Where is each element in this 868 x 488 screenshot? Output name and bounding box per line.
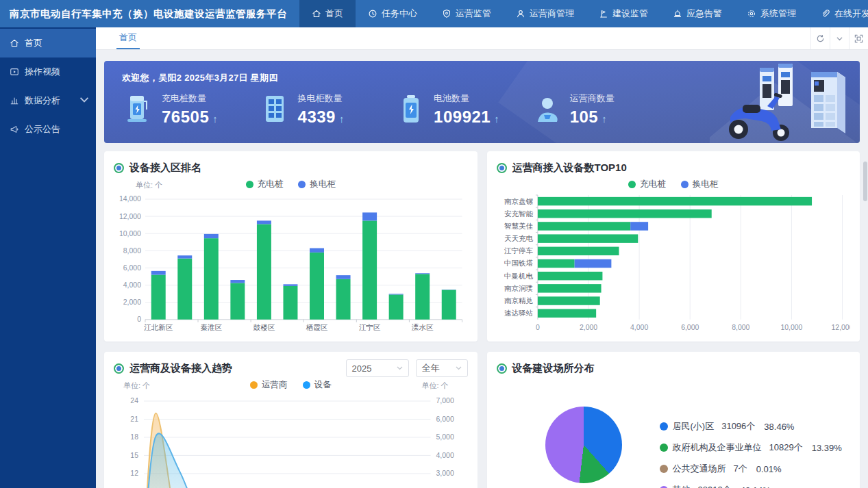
megaphone-icon <box>10 125 19 134</box>
chart-head-0: 单位: 个 充电桩换电柜 <box>114 177 468 192</box>
trend-up-icon: ↑ <box>602 113 607 125</box>
stat-value: 76505↑ <box>162 107 218 127</box>
nav-item-construction-monitor[interactable]: 建设监管 <box>586 0 660 27</box>
pie-legend-item[interactable]: 其他38912个48.14% <box>660 484 842 488</box>
svg-text:智慧美佳: 智慧美佳 <box>504 222 533 230</box>
top-navbar: 南京市电动自行车集中充（换）电设施建设运营监管服务平台 首页任务中心运营监管运营… <box>0 0 868 27</box>
pie-legend-count: 10829个 <box>769 441 803 454</box>
stat-value: 105↑ <box>570 107 615 127</box>
stat-value: 109921↑ <box>434 107 499 127</box>
svg-text:2,000: 2,000 <box>579 324 597 331</box>
pie-legend-item[interactable]: 政府机构及企事业单位10829个13.39% <box>660 441 842 454</box>
pie-legend-pct: 38.46% <box>764 422 794 432</box>
district-ranking-chart: 02,0004,0006,0008,00010,00012,00014,000江… <box>114 192 468 336</box>
sidebar-item-data-analysis[interactable]: 数据分析 <box>0 86 96 115</box>
card-operator-top10: 运营商接入设备数TOP10 充电桩换电柜 02,0004,0006,0008,0… <box>487 151 860 342</box>
scrollbar[interactable] <box>863 137 867 459</box>
stat-row: 充电桩数量76505↑换电柜数量4339↑电池数量109921↑运营商数量105… <box>126 92 670 127</box>
svg-text:6,000: 6,000 <box>436 415 454 423</box>
chevron-down-icon[interactable] <box>830 27 849 49</box>
shield-icon <box>442 9 451 18</box>
legend-item-换电柜[interactable]: 换电柜 <box>681 179 719 190</box>
nav-item-online-dev[interactable]: 在线开发 <box>808 0 868 27</box>
stat-value: 4339↑ <box>298 107 345 127</box>
nav-item-emergency-alert[interactable]: 应急告警 <box>660 0 734 27</box>
maximize-icon[interactable] <box>849 27 868 49</box>
tab-home-label: 首页 <box>119 31 137 44</box>
chevron-down-icon <box>79 95 89 106</box>
svg-text:中曼机电: 中曼机电 <box>504 272 533 280</box>
operator-icon <box>534 94 560 125</box>
svg-text:4,000: 4,000 <box>123 281 141 289</box>
chart-legend: 充电桩换电柜 <box>114 179 468 190</box>
svg-text:18: 18 <box>130 433 138 441</box>
legend-item-充电桩[interactable]: 充电桩 <box>628 179 666 190</box>
legend-item-运营商[interactable]: 运营商 <box>250 379 288 391</box>
legend-item-换电柜[interactable]: 换电柜 <box>298 179 336 190</box>
alarm-icon <box>673 9 682 18</box>
trend-filters: 2025 全年 <box>346 359 468 377</box>
svg-text:速达驿站: 速达驿站 <box>504 309 533 317</box>
layout: 首页操作视频数据分析公示公告 首页 <box>0 27 868 488</box>
scrollbar-thumb[interactable] <box>863 162 867 201</box>
svg-text:12: 12 <box>130 470 138 477</box>
svg-text:江北新区: 江北新区 <box>144 324 173 331</box>
legend-label: 换电柜 <box>693 179 719 190</box>
chart-legend: 充电桩换电柜 <box>497 179 851 190</box>
svg-text:2,000: 2,000 <box>123 298 141 306</box>
sidebar-item-public-notice[interactable]: 公示公告 <box>0 115 96 144</box>
legend-label: 充电桩 <box>640 179 666 190</box>
svg-text:江宁停车: 江宁停车 <box>504 246 533 255</box>
nav-item-operation-monitor[interactable]: 运营监管 <box>430 0 504 27</box>
svg-text:栖霞区: 栖霞区 <box>306 324 328 331</box>
legend-item-充电桩[interactable]: 充电桩 <box>246 179 284 190</box>
pie-legend-count: 38912个 <box>698 484 732 488</box>
sidebar-item-home[interactable]: 首页 <box>0 29 96 57</box>
stat-text: 换电柜数量4339↑ <box>298 92 345 127</box>
legend-dot <box>660 465 668 473</box>
trend-up-icon: ↑ <box>494 113 499 125</box>
svg-text:8,000: 8,000 <box>732 324 749 331</box>
nav-item-task-center[interactable]: 任务中心 <box>356 0 430 27</box>
charging-pile-icon <box>126 94 152 125</box>
dashboard-grid: 设备接入区排名 单位: 个 充电桩换电柜 02,0004,0006,0008,0… <box>104 151 860 488</box>
card-site-distribution: 设备建设场所分布 居民(小)区31096个38.46%政府机构及企事业单位108… <box>487 352 860 488</box>
panel-badge-icon <box>114 363 124 374</box>
link-icon <box>821 9 830 18</box>
refresh-icon[interactable] <box>810 27 830 49</box>
nav-item-home[interactable]: 首页 <box>299 0 356 27</box>
chart-icon <box>10 96 19 105</box>
stat-text: 电池数量109921↑ <box>434 92 499 127</box>
svg-text:14,000: 14,000 <box>119 195 141 203</box>
legend-label: 运营商 <box>262 379 288 391</box>
app-title: 南京市电动自行车集中充（换）电设施建设运营监管服务平台 <box>0 0 299 27</box>
svg-text:4,000: 4,000 <box>436 452 454 459</box>
nav-item-label: 在线开发 <box>834 8 868 20</box>
trend-up-icon: ↑ <box>212 113 218 125</box>
svg-text:10,000: 10,000 <box>780 324 802 331</box>
chart-head-1: 充电桩换电柜 <box>497 177 851 192</box>
content: 欢迎您，吴阳2 2025年3月27日 星期四 充电桩数量76505↑换电柜数量4… <box>96 50 868 488</box>
welcome-text: 欢迎您，吴阳2 2025年3月27日 星期四 <box>122 72 278 84</box>
legend-dot <box>628 181 636 188</box>
panel-badge-icon <box>497 163 507 173</box>
swap-cabinet-icon <box>262 94 288 125</box>
year-select[interactable]: 2025 <box>346 359 409 377</box>
pie-legend-item[interactable]: 居民(小)区31096个38.46% <box>660 420 842 433</box>
nav-item-operator-management[interactable]: 运营商管理 <box>504 0 586 27</box>
nav-item-system-management[interactable]: 系统管理 <box>734 0 808 27</box>
svg-text:南京润璞: 南京润璞 <box>504 285 533 292</box>
svg-text:鼓楼区: 鼓楼区 <box>253 324 275 331</box>
pie-legend-count: 7个 <box>734 463 747 475</box>
period-select[interactable]: 全年 <box>416 359 468 377</box>
pie-legend-item[interactable]: 公共交通场所7个0.01% <box>660 463 842 475</box>
stat-text: 运营商数量105↑ <box>570 92 615 127</box>
sidebar-item-operation-video[interactable]: 操作视频 <box>0 57 96 86</box>
pie-legend-pct: 13.39% <box>812 443 842 453</box>
legend-dot <box>246 181 253 188</box>
pie-legend-label: 政府机构及企事业单位 <box>673 441 762 454</box>
tab-home[interactable]: 首页 <box>116 27 140 49</box>
unit-label-right: 单位: 个 <box>421 381 448 391</box>
legend-item-设备[interactable]: 设备 <box>303 379 332 391</box>
svg-text:6,000: 6,000 <box>681 324 699 331</box>
